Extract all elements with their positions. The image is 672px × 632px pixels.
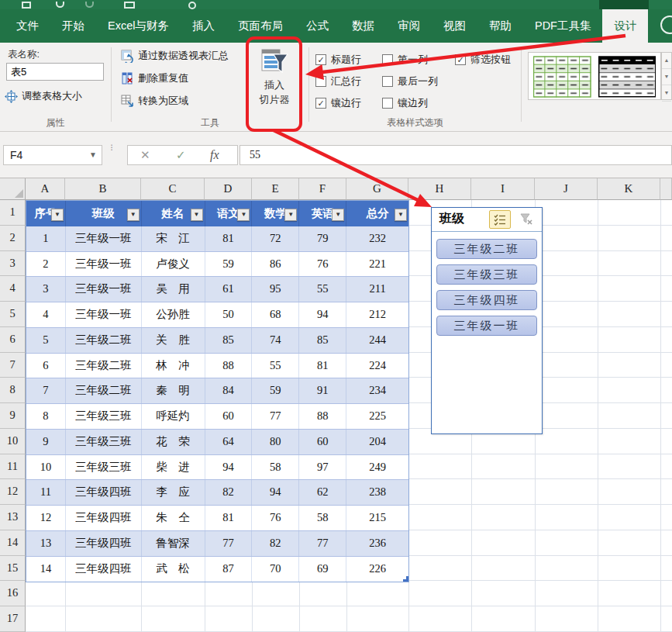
table-cell[interactable]: 三年级一班 [66, 302, 142, 327]
table-cell[interactable]: 94 [205, 455, 253, 480]
row-header[interactable]: 9 [0, 403, 26, 429]
slicer-item-button[interactable]: 三年级四班 [436, 290, 537, 310]
column-header[interactable]: C [141, 178, 205, 200]
row-header[interactable]: 8 [0, 378, 26, 403]
table-cell[interactable]: 58 [299, 506, 346, 530]
gallery-scrollbar[interactable]: ▲ ▼ ▼ [661, 52, 672, 100]
formula-input[interactable]: 55 [240, 145, 672, 165]
table-cell[interactable]: 86 [252, 252, 299, 277]
column-header[interactable]: A [26, 178, 65, 200]
column-header[interactable]: B [65, 178, 141, 200]
insert-function-icon[interactable]: fx [210, 146, 219, 164]
filter-dropdown-button[interactable]: ▼ [127, 209, 140, 221]
table-cell[interactable]: 68 [252, 302, 299, 327]
summarize-with-pivottable-button[interactable]: 通过数据透视表汇总 [121, 49, 229, 63]
style-option-checkbox[interactable]: 最后一列 [382, 74, 455, 88]
table-cell[interactable]: 10 [26, 455, 66, 480]
column-header[interactable]: H [408, 178, 471, 200]
row-header[interactable]: 3 [0, 251, 26, 277]
ribbon-tab[interactable]: 帮助 [477, 9, 523, 43]
row-header[interactable]: 2 [0, 226, 26, 251]
table-cell[interactable]: 宋 江 [142, 226, 205, 251]
table-cell[interactable]: 97 [299, 455, 346, 480]
table-cell[interactable]: 236 [346, 531, 408, 556]
table-cell[interactable]: 秦 明 [142, 378, 205, 403]
table-cell[interactable]: 238 [346, 480, 408, 505]
table-cell[interactable]: 55 [299, 277, 346, 302]
row-header[interactable]: 6 [0, 327, 26, 353]
table-cell[interactable]: 249 [346, 455, 408, 480]
table-cell[interactable]: 1 [26, 226, 66, 251]
table-cell[interactable]: 三年级三班 [66, 430, 142, 454]
row-header[interactable]: 15 [0, 556, 26, 582]
style-option-checkbox[interactable]: ✓标题行 [315, 53, 382, 67]
style-option-checkbox[interactable]: 第一列 [382, 53, 455, 67]
table-cell[interactable]: 3 [26, 277, 66, 302]
table-cell[interactable]: 三年级四班 [66, 557, 142, 582]
table-cell[interactable]: 212 [346, 302, 408, 327]
row-header[interactable]: 13 [0, 505, 26, 530]
table-cell[interactable]: 84 [205, 378, 253, 403]
ribbon-tab[interactable]: 页面布局 [226, 9, 295, 43]
table-cell[interactable]: 60 [299, 430, 346, 454]
table-cell[interactable]: 94 [252, 480, 299, 505]
formula-bar-handle[interactable]: ⁝ [110, 143, 113, 151]
table-cell[interactable]: 91 [299, 378, 346, 403]
table-cell[interactable]: 226 [346, 557, 408, 582]
table-cell[interactable]: 211 [346, 277, 408, 302]
column-header[interactable]: E [252, 178, 299, 200]
table-cell[interactable]: 79 [299, 226, 346, 251]
gallery-scroll-down-icon[interactable]: ▼ [662, 69, 671, 85]
table-cell[interactable]: 77 [205, 531, 253, 556]
search-icon[interactable] [188, 2, 196, 9]
filter-dropdown-button[interactable]: ▼ [191, 209, 203, 221]
remove-duplicates-button[interactable]: 删除重复值 [121, 71, 188, 85]
table-cell[interactable]: 武 松 [142, 557, 205, 582]
table-cell[interactable]: 花 荣 [142, 430, 205, 454]
table-cell[interactable]: 77 [252, 404, 299, 429]
table-cell[interactable]: 88 [299, 404, 346, 429]
table-cell[interactable]: 2 [26, 252, 66, 277]
table-cell[interactable]: 88 [205, 354, 253, 378]
table-cell[interactable]: 232 [346, 226, 408, 251]
name-box[interactable]: F4 ▼ [3, 145, 102, 165]
column-header[interactable]: D [205, 178, 252, 200]
row-header[interactable]: 1 [0, 200, 26, 226]
column-header[interactable]: K [598, 178, 660, 200]
style-option-checkbox[interactable]: 镶边列 [382, 96, 455, 110]
gallery-more-icon[interactable]: ▼ [662, 85, 671, 102]
slicer-item-button[interactable]: 三年级一班 [436, 316, 537, 336]
table-cell[interactable]: 8 [26, 404, 66, 429]
ribbon-tab[interactable]: 视图 [432, 9, 477, 43]
table-cell[interactable]: 9 [26, 430, 66, 454]
undo-icon[interactable] [56, 2, 64, 8]
table-cell[interactable]: 13 [26, 531, 66, 556]
row-header[interactable]: 14 [0, 530, 26, 556]
save-icon[interactable] [22, 2, 31, 9]
convert-to-range-button[interactable]: 转换为区域 [121, 94, 188, 108]
slicer-panel[interactable]: 班级 三年级二班三年级三班三年级四班三年级一班 [431, 207, 543, 434]
table-cell[interactable]: 柴 进 [142, 455, 205, 480]
table-cell[interactable]: 7 [26, 378, 66, 403]
table-name-input[interactable] [6, 63, 104, 81]
row-header[interactable]: 12 [0, 479, 26, 505]
table-cell[interactable]: 60 [205, 404, 253, 429]
column-header[interactable]: F [299, 178, 346, 200]
gallery-scroll-up-icon[interactable]: ▲ [662, 53, 671, 69]
table-cell[interactable]: 三年级一班 [66, 226, 142, 251]
table-resize-handle[interactable] [403, 576, 408, 582]
slicer-item-button[interactable]: 三年级三班 [436, 264, 537, 285]
table-cell[interactable]: 关 胜 [142, 328, 205, 353]
table-cell[interactable]: 11 [26, 480, 66, 505]
slicer-item-button[interactable]: 三年级二班 [436, 239, 537, 259]
table-cell[interactable]: 81 [205, 226, 253, 251]
ribbon-tab[interactable]: PDF工具集 [523, 9, 603, 43]
table-cell[interactable]: 76 [299, 252, 346, 277]
table-cell[interactable]: 64 [205, 430, 253, 454]
table-cell[interactable]: 61 [205, 277, 253, 302]
table-cell[interactable]: 85 [205, 328, 253, 353]
ribbon-tab[interactable]: 插入 [181, 9, 226, 43]
table-cell[interactable]: 三年级一班 [66, 252, 142, 277]
redo-icon[interactable] [85, 2, 94, 8]
table-cell[interactable]: 77 [299, 531, 346, 556]
